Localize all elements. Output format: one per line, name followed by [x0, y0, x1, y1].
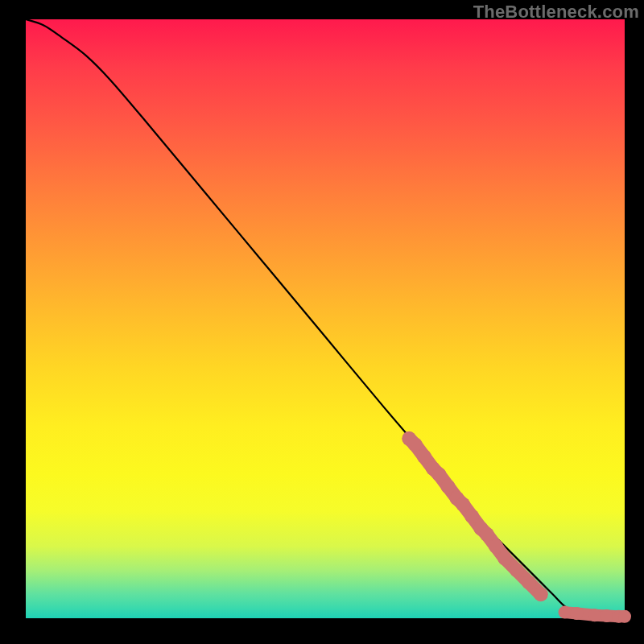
data-marker [480, 527, 494, 542]
data-marker [489, 539, 503, 554]
data-marker [497, 551, 512, 566]
data-marker [456, 497, 470, 512]
chart-stage: TheBottleneck.com [0, 0, 644, 644]
data-marker [510, 564, 524, 578]
data-marker [601, 609, 613, 622]
data-marker [534, 587, 548, 601]
data-marker [618, 610, 631, 623]
data-marker [431, 467, 446, 481]
curve-group [26, 19, 625, 617]
data-marker [464, 510, 479, 524]
plot-area [26, 19, 625, 618]
data-marker [571, 607, 584, 620]
data-marker [522, 575, 536, 589]
data-marker [559, 606, 572, 619]
data-marker [417, 449, 431, 464]
bottleneck-curve [26, 19, 625, 617]
data-marker [588, 609, 601, 621]
data-marker [441, 479, 456, 493]
data-marker [408, 437, 423, 452]
chart-svg [26, 19, 625, 618]
marker-group [402, 431, 631, 623]
